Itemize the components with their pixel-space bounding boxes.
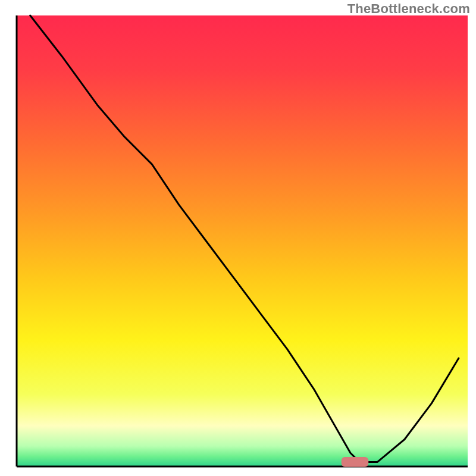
optimal-marker xyxy=(342,457,368,467)
chart-stage: TheBottleneck.com xyxy=(0,0,476,476)
plot-background xyxy=(17,15,468,466)
watermark-text: TheBottleneck.com xyxy=(347,1,470,17)
bottleneck-curve-chart xyxy=(0,0,476,476)
